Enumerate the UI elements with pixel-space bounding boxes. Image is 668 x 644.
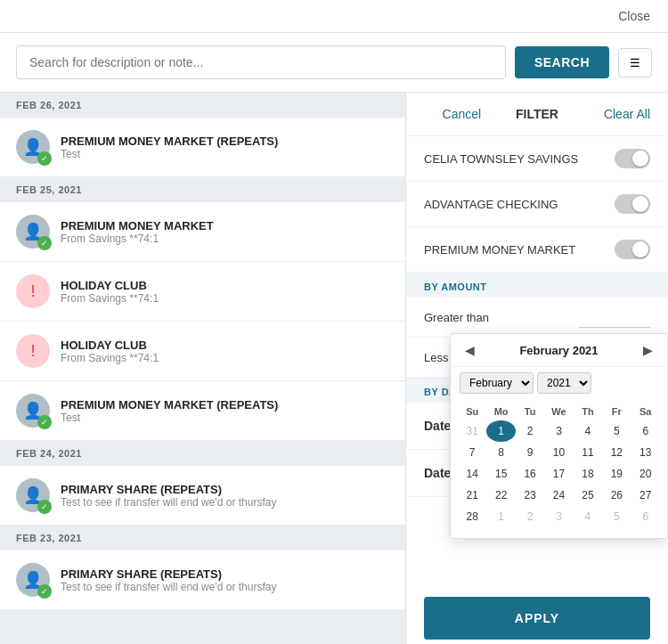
cal-day-14[interactable]: 14 <box>458 463 486 485</box>
transaction-item[interactable]: 👤 ✓ PRIMARY SHARE (REPEATS) Test to see … <box>0 466 405 525</box>
filter-clear-all-button[interactable]: Clear All <box>574 107 650 121</box>
avatar: 👤 ✓ <box>16 130 50 164</box>
alert-icon: ! <box>30 282 35 301</box>
cal-day-24[interactable]: 24 <box>544 485 573 506</box>
date-group-header: FEB 26, 2021 <box>0 93 405 118</box>
cal-day-26[interactable]: 26 <box>602 485 631 506</box>
tx-name: PREMIUM MONEY MARKET (REPEATS) <box>61 398 389 412</box>
cal-day-next-5[interactable]: 5 <box>602 506 631 527</box>
calendar-day-headers: Su Mo Tu We Th Fr Sa <box>458 403 660 420</box>
cal-day-19[interactable]: 19 <box>602 463 631 485</box>
day-header-tu: Tu <box>516 403 544 420</box>
transaction-item[interactable]: ! HOLIDAY CLUB From Savings **74:1 <box>0 322 405 380</box>
avatar: 👤 ✓ <box>16 563 50 597</box>
calendar-week-1: 31 1 2 3 4 5 6 <box>458 420 660 442</box>
cal-day-next-1[interactable]: 1 <box>486 506 515 527</box>
cal-day-5[interactable]: 5 <box>602 420 631 442</box>
filter-title: FILTER <box>500 107 575 121</box>
greater-than-label: Greater than <box>424 311 579 324</box>
cal-day-7[interactable]: 7 <box>458 442 486 463</box>
avatar: 👤 ✓ <box>16 394 50 428</box>
transaction-item[interactable]: 👤 ✓ PREMIUM MONEY MARKET (REPEATS) Test <box>0 118 405 176</box>
toggle-premium-money-market: PREMIUM MONEY MARKET <box>406 227 668 273</box>
close-button[interactable]: Close <box>618 9 650 23</box>
tx-sub: Test <box>61 412 389 424</box>
day-header-fr: Fr <box>602 403 631 420</box>
cal-day-31[interactable]: 31 <box>458 420 486 442</box>
toggle-advantage-checking-switch[interactable] <box>615 194 650 214</box>
cal-day-6[interactable]: 6 <box>631 420 660 442</box>
tx-sub: From Savings **74:1 <box>61 292 389 305</box>
cal-day-9[interactable]: 9 <box>516 442 544 463</box>
badge-green: ✓ <box>37 584 52 599</box>
cal-day-12[interactable]: 12 <box>602 442 631 463</box>
cal-day-next-4[interactable]: 4 <box>574 506 602 527</box>
toggle-celia-savings-switch[interactable] <box>615 149 650 168</box>
transaction-item[interactable]: 👤 ✓ PREMIUM MONEY MARKET (REPEATS) Test <box>0 381 405 440</box>
cal-day-8[interactable]: 8 <box>486 442 515 463</box>
filter-panel: Cancel FILTER Clear All CELIA TOWNSLEY S… <box>405 93 668 644</box>
cal-day-next-6[interactable]: 6 <box>631 506 660 527</box>
top-bar: Close <box>0 0 668 33</box>
cal-day-20[interactable]: 20 <box>631 463 660 485</box>
calendar-week-2: 7 8 9 10 11 12 13 <box>458 442 660 463</box>
cal-day-17[interactable]: 17 <box>544 463 573 485</box>
alert-icon: ! <box>30 342 35 361</box>
toggle-premium-money-market-switch[interactable] <box>615 240 650 259</box>
search-bar: SEARCH ☰ <box>0 33 668 93</box>
calendar-header: ◀ February 2021 ▶ <box>451 334 667 367</box>
badge-green: ✓ <box>37 236 52 250</box>
avatar: ! <box>16 334 50 368</box>
cal-day-13[interactable]: 13 <box>631 442 660 463</box>
cal-day-next-3[interactable]: 3 <box>544 506 573 527</box>
cal-day-next-2[interactable]: 2 <box>516 506 544 527</box>
cal-day-28[interactable]: 28 <box>458 506 486 527</box>
cal-day-2[interactable]: 2 <box>516 420 544 442</box>
toggle-premium-money-market-label: PREMIUM MONEY MARKET <box>424 243 615 257</box>
cal-day-1[interactable]: 1 <box>486 420 515 442</box>
cal-day-11[interactable]: 11 <box>574 442 602 463</box>
calendar-next-button[interactable]: ▶ <box>638 341 658 359</box>
day-header-th: Th <box>574 403 602 420</box>
cal-day-16[interactable]: 16 <box>516 463 544 485</box>
search-button[interactable]: SEARCH <box>515 46 609 78</box>
date-group-header: FEB 25, 2021 <box>0 177 405 202</box>
tx-name: PREMIUM MONEY MARKET (REPEATS) <box>61 135 389 148</box>
calendar-selects: February 2021 <box>451 367 667 399</box>
apply-button[interactable]: APPLY <box>424 597 650 640</box>
cal-day-3[interactable]: 3 <box>544 420 573 442</box>
toggle-advantage-checking-knob <box>632 196 648 212</box>
greater-than-input[interactable] <box>579 306 650 328</box>
tx-sub: Test <box>61 148 389 160</box>
filter-cancel-button[interactable]: Cancel <box>424 107 500 121</box>
cal-day-21[interactable]: 21 <box>458 485 486 506</box>
toggle-celia-savings-knob <box>632 151 648 167</box>
tx-sub: Test to see if transfer will end we'd or… <box>61 496 389 509</box>
toggle-premium-money-market-knob <box>632 241 648 257</box>
calendar-prev-button[interactable]: ◀ <box>460 341 480 359</box>
cal-day-18[interactable]: 18 <box>574 463 602 485</box>
calendar-month-select[interactable]: February <box>460 372 534 394</box>
calendar-year-select[interactable]: 2021 <box>537 372 591 394</box>
filter-icon-button[interactable]: ☰ <box>618 48 652 77</box>
cal-day-23[interactable]: 23 <box>516 485 544 506</box>
transaction-item[interactable]: 👤 ✓ PRIMARY SHARE (REPEATS) Test to see … <box>0 550 405 609</box>
cal-day-10[interactable]: 10 <box>544 442 573 463</box>
cal-day-4[interactable]: 4 <box>574 420 602 442</box>
cal-day-27[interactable]: 27 <box>631 485 660 506</box>
tx-name: PREMIUM MONEY MARKET <box>61 219 389 232</box>
tx-info: PRIMARY SHARE (REPEATS) Test to see if t… <box>61 567 389 593</box>
cal-day-22[interactable]: 22 <box>486 485 515 506</box>
tx-info: PREMIUM MONEY MARKET (REPEATS) Test <box>61 398 389 424</box>
day-header-mo: Mo <box>486 403 515 420</box>
transaction-item[interactable]: 👤 ✓ PREMIUM MONEY MARKET From Savings **… <box>0 202 405 261</box>
cal-day-25[interactable]: 25 <box>574 485 602 506</box>
cal-day-15[interactable]: 15 <box>486 463 515 485</box>
day-header-sa: Sa <box>631 403 660 420</box>
toggle-advantage-checking: ADVANTAGE CHECKING <box>406 182 668 227</box>
transaction-item[interactable]: ! HOLIDAY CLUB From Savings **74:1 <box>0 262 405 321</box>
calendar-week-4: 21 22 23 24 25 26 27 <box>458 485 660 506</box>
tx-name: PRIMARY SHARE (REPEATS) <box>61 567 389 581</box>
search-input[interactable] <box>16 45 506 79</box>
tx-info: PREMIUM MONEY MARKET From Savings **74:1 <box>61 219 389 245</box>
